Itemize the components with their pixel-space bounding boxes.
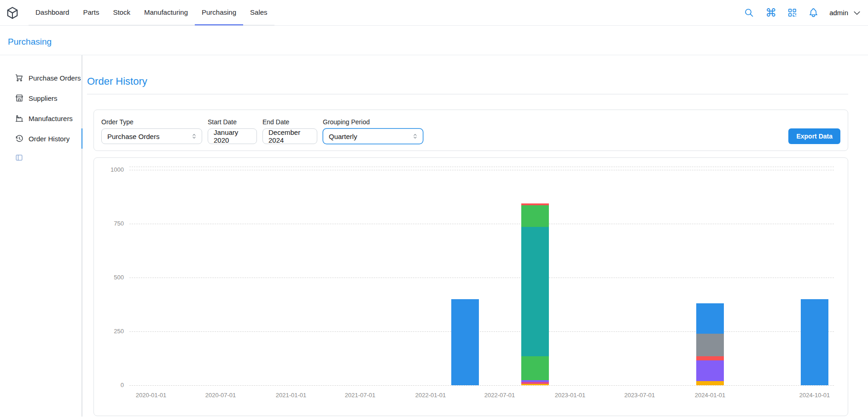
- end-date-field: End Date December 2024: [262, 118, 317, 144]
- chart-plot: 025050075010002020-01-012020-07-012021-0…: [129, 167, 834, 385]
- sidebar-collapse-icon[interactable]: [15, 153, 24, 162]
- y-gridline: [129, 278, 834, 278]
- breadcrumb: Purchasing: [0, 26, 868, 55]
- order-type-select[interactable]: Purchase Orders: [101, 128, 202, 144]
- export-data-button[interactable]: Export Data: [788, 128, 840, 144]
- bar-segment[interactable]: [521, 227, 549, 356]
- sidebar-item-manufacturers[interactable]: Manufacturers: [0, 108, 82, 128]
- storefront-icon: [15, 93, 24, 103]
- start-date-label: Start Date: [208, 118, 257, 126]
- end-date-input[interactable]: December 2024: [262, 128, 317, 144]
- history-icon: [15, 134, 24, 143]
- bar-segment[interactable]: [696, 381, 724, 385]
- header-actions: ⌘ admin: [744, 0, 862, 25]
- bar-segment[interactable]: [521, 382, 549, 384]
- tab-label: Manufacturing: [144, 8, 188, 16]
- sidebar-item-label: Order History: [29, 135, 70, 143]
- chart-top-gridline: [129, 167, 834, 167]
- page-title: Order History: [87, 75, 848, 87]
- grouping-period-value: Quarterly: [329, 133, 357, 140]
- y-gridline: [129, 224, 834, 224]
- order-history-chart-card: 025050075010002020-01-012020-07-012021-0…: [93, 157, 848, 416]
- bar-segment[interactable]: [521, 356, 549, 380]
- start-date-value: January 2020: [214, 128, 251, 144]
- y-tick-label: 500: [101, 274, 124, 281]
- sidebar-item-order-history[interactable]: Order History: [0, 128, 82, 149]
- chevron-selector-icon: [412, 133, 419, 140]
- tab-sales[interactable]: Sales: [243, 0, 274, 25]
- x-tick-label: 2024-01-01: [680, 392, 740, 399]
- main-panel: Order History Order Type Purchase Orders…: [82, 55, 868, 417]
- chevron-selector-icon: [191, 133, 198, 140]
- sidebar-item-label: Manufacturers: [29, 115, 73, 122]
- tab-label: Purchasing: [202, 8, 236, 16]
- tab-dashboard[interactable]: Dashboard: [29, 0, 76, 25]
- main-nav-tabs: Dashboard Parts Stock Manufacturing Purc…: [29, 0, 274, 25]
- x-tick-label: 2020-01-01: [121, 392, 181, 399]
- tab-label: Parts: [83, 8, 99, 16]
- qr-scan-icon[interactable]: [787, 7, 798, 18]
- username: admin: [829, 9, 848, 17]
- y-tick-label: 750: [101, 220, 124, 227]
- filter-panel: Order Type Purchase Orders Start Date Ja…: [93, 110, 848, 151]
- x-tick-label: 2021-07-01: [330, 392, 390, 399]
- tab-parts[interactable]: Parts: [76, 0, 106, 25]
- package-box-icon: [6, 6, 19, 20]
- sidebar: Purchase Orders Suppliers M: [0, 55, 82, 417]
- bar-segment[interactable]: [521, 380, 549, 382]
- sidebar-item-label: Purchase Orders: [29, 74, 81, 82]
- x-tick-label: 2020-07-01: [191, 392, 250, 399]
- tab-purchasing[interactable]: Purchasing: [195, 0, 243, 25]
- bar-segment[interactable]: [696, 356, 724, 360]
- y-tick-label: 250: [101, 328, 124, 335]
- y-gridline: [129, 331, 834, 332]
- search-icon[interactable]: [744, 7, 755, 18]
- grouping-period-label: Grouping Period: [323, 118, 423, 126]
- grouping-period-select[interactable]: Quarterly: [323, 128, 423, 144]
- section-divider: [87, 94, 848, 94]
- bar-segment[interactable]: [801, 299, 828, 385]
- factory-icon: [15, 114, 24, 123]
- tab-label: Dashboard: [35, 8, 69, 16]
- tab-label: Sales: [250, 8, 268, 16]
- user-menu[interactable]: admin: [829, 8, 862, 17]
- tab-manufacturing[interactable]: Manufacturing: [137, 0, 195, 25]
- start-date-field: Start Date January 2020: [208, 118, 257, 144]
- tab-stock[interactable]: Stock: [106, 0, 137, 25]
- breadcrumb-purchasing[interactable]: Purchasing: [8, 37, 52, 47]
- grouping-period-field: Grouping Period Quarterly: [323, 118, 423, 144]
- bell-icon[interactable]: [808, 7, 819, 18]
- bar-segment[interactable]: [696, 334, 724, 356]
- end-date-label: End Date: [262, 118, 317, 126]
- bar-segment[interactable]: [696, 360, 724, 381]
- order-type-value: Purchase Orders: [107, 133, 159, 140]
- command-icon[interactable]: ⌘: [765, 8, 776, 18]
- x-tick-label: 2021-01-01: [261, 392, 321, 399]
- chevron-down-icon: [852, 8, 862, 17]
- start-date-input[interactable]: January 2020: [208, 128, 257, 144]
- x-tick-label: 2022-01-01: [401, 392, 460, 399]
- order-type-label: Order Type: [101, 118, 202, 126]
- end-date-value: December 2024: [268, 128, 311, 144]
- y-gridline: [129, 385, 834, 386]
- top-navbar: Dashboard Parts Stock Manufacturing Purc…: [0, 0, 868, 26]
- bar-segment[interactable]: [696, 303, 724, 334]
- bar-segment[interactable]: [521, 205, 549, 227]
- sidebar-item-purchase-orders[interactable]: Purchase Orders: [0, 68, 82, 88]
- y-tick-label: 0: [101, 382, 124, 388]
- x-tick-label: 2022-07-01: [470, 392, 530, 399]
- x-tick-label: 2023-07-01: [610, 392, 670, 399]
- bar-segment[interactable]: [521, 384, 549, 385]
- x-tick-label: 2024-10-01: [785, 392, 845, 399]
- bar-segment[interactable]: [521, 203, 549, 205]
- sidebar-item-label: Suppliers: [29, 94, 58, 102]
- bar-segment[interactable]: [451, 299, 479, 385]
- sidebar-item-suppliers[interactable]: Suppliers: [0, 88, 82, 108]
- x-tick-label: 2023-01-01: [540, 392, 600, 399]
- y-tick-label: 1000: [101, 166, 124, 173]
- content-area: Purchase Orders Suppliers M: [0, 55, 868, 417]
- tab-label: Stock: [113, 8, 130, 16]
- shopping-cart-icon: [15, 73, 24, 82]
- app-logo[interactable]: [6, 6, 19, 20]
- order-type-field: Order Type Purchase Orders: [101, 118, 202, 144]
